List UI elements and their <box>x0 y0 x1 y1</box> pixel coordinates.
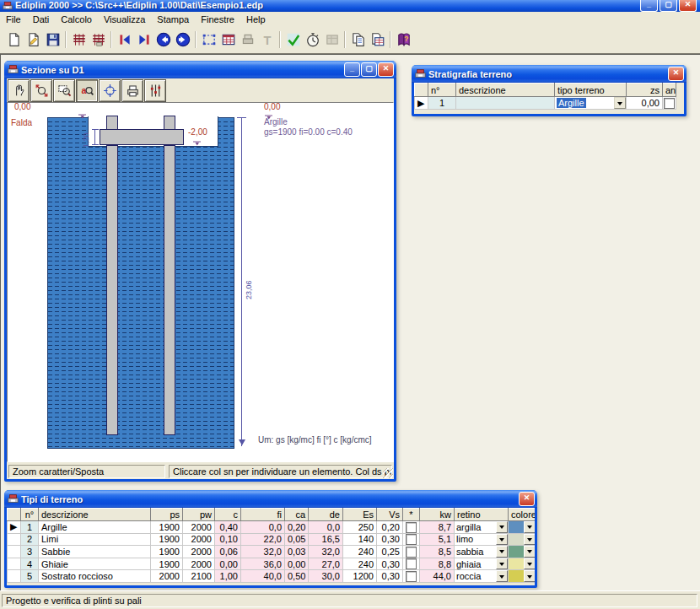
menu-visualizza[interactable]: Visualizza <box>98 13 151 25</box>
cell-c[interactable]: 0,06 <box>215 546 241 558</box>
dropdown-button[interactable] <box>496 570 508 582</box>
cell-ca[interactable]: 0,20 <box>285 521 309 534</box>
cell-retino[interactable]: argilla <box>455 521 509 534</box>
menu-help[interactable]: Help <box>240 13 272 25</box>
center-view-icon[interactable] <box>99 79 121 102</box>
cell-de[interactable]: 16,5 <box>309 533 343 546</box>
retino-value[interactable]: roccia <box>456 571 481 581</box>
cell-c[interactable]: 0,10 <box>215 533 241 546</box>
print-icon[interactable] <box>121 79 143 102</box>
cell-retino[interactable]: limo <box>455 533 509 546</box>
stratigrafia-title-bar[interactable]: Stratigrafia terreno ✕ <box>412 65 687 83</box>
cell-ps[interactable]: 2000 <box>151 570 183 583</box>
cell-kw[interactable]: 8,7 <box>420 521 455 534</box>
sezione-title-bar[interactable]: Sezione su D1 _ ▢ ✕ <box>4 61 396 78</box>
cell-ps[interactable]: 1900 <box>151 521 183 534</box>
cell-n[interactable]: 1 <box>21 521 39 534</box>
cell-Es[interactable]: 1200 <box>343 570 377 583</box>
stopwatch-icon[interactable] <box>303 30 322 49</box>
pile-data-2-icon[interactable] <box>89 30 108 49</box>
cell-Vs[interactable]: 0,25 <box>377 546 403 558</box>
sezione-minimize-button[interactable]: _ <box>344 62 360 77</box>
cell-check[interactable] <box>403 570 420 583</box>
checkbox[interactable] <box>664 98 675 109</box>
minimize-button[interactable]: _ <box>640 0 658 12</box>
checkbox[interactable] <box>406 571 417 582</box>
pan-hand-icon[interactable] <box>8 79 30 102</box>
copy-table-icon[interactable] <box>368 30 387 49</box>
color-swatch[interactable] <box>509 558 525 570</box>
cell-n[interactable]: 5 <box>21 570 39 583</box>
new-icon[interactable] <box>4 30 24 49</box>
menu-dati[interactable]: Dati <box>27 13 56 25</box>
cell-check[interactable] <box>403 546 420 558</box>
cell-retino[interactable]: roccia <box>455 570 509 583</box>
zoom-drag-icon[interactable] <box>30 79 52 102</box>
cell-descrizione[interactable]: Sabbie <box>39 546 151 558</box>
cell-fi[interactable]: 0,0 <box>241 521 285 534</box>
checkbox[interactable] <box>406 547 417 558</box>
cell-n[interactable]: 1 <box>428 97 456 110</box>
cell-colore[interactable] <box>509 521 536 534</box>
dropdown-button[interactable] <box>496 546 508 558</box>
menu-calcolo[interactable]: Calcolo <box>55 13 98 25</box>
cell-pw[interactable]: 2000 <box>183 533 215 546</box>
display-options-icon[interactable] <box>144 79 166 102</box>
verify-check-icon[interactable] <box>283 30 303 49</box>
cell-c[interactable]: 1,00 <box>215 570 241 583</box>
tipi-title-bar[interactable]: Tipi di terreno ✕ <box>4 490 537 508</box>
cell-fi[interactable]: 36,0 <box>241 558 285 570</box>
color-swatch[interactable] <box>509 546 525 558</box>
save-icon[interactable] <box>43 30 62 49</box>
color-swatch[interactable] <box>509 534 525 546</box>
cell-ps[interactable]: 1900 <box>151 533 183 546</box>
cell-colore[interactable] <box>509 558 536 570</box>
main-title-bar[interactable]: Ediplin 2000 >> C:\Src++\Ediplin 1.00\Da… <box>0 0 700 12</box>
cell-kw[interactable]: 44,0 <box>420 570 455 583</box>
retino-value[interactable]: limo <box>456 534 473 544</box>
menu-stampa[interactable]: Stampa <box>151 13 195 25</box>
cell-Es[interactable]: 240 <box>343 558 377 570</box>
data-grid-icon[interactable] <box>218 30 238 49</box>
dropdown-button[interactable] <box>524 521 535 533</box>
color-swatch[interactable] <box>509 570 525 582</box>
cell-Es[interactable]: 140 <box>343 533 377 546</box>
checkbox[interactable] <box>406 522 417 533</box>
cell-kw[interactable]: 8,5 <box>420 546 455 558</box>
cell-ca[interactable]: 0,00 <box>285 558 309 570</box>
cell-zs[interactable]: 0,00 <box>627 97 663 110</box>
close-button[interactable]: ✕ <box>679 0 697 12</box>
color-swatch[interactable] <box>509 521 525 533</box>
cell-an[interactable] <box>663 97 676 110</box>
checkbox[interactable] <box>406 558 417 569</box>
cell-colore[interactable] <box>509 533 536 546</box>
cell-c[interactable]: 0,00 <box>215 558 241 570</box>
cell-descrizione[interactable]: Argille <box>39 521 151 534</box>
tipi-close-button[interactable]: ✕ <box>519 492 535 506</box>
cell-fi[interactable]: 22,0 <box>241 533 285 546</box>
cell-Vs[interactable]: 0,30 <box>377 570 403 583</box>
dropdown-button[interactable] <box>524 558 535 570</box>
checkbox[interactable] <box>406 534 417 545</box>
cell-Vs[interactable]: 0,20 <box>377 521 403 534</box>
sezione-maximize-button[interactable]: ▢ <box>361 62 377 77</box>
cell-kw[interactable]: 8,8 <box>420 558 455 570</box>
dropdown-button[interactable] <box>524 534 535 546</box>
pile-data-1-icon[interactable] <box>69 30 89 49</box>
cell-ca[interactable]: 0,05 <box>285 533 309 546</box>
cell-n[interactable]: 3 <box>21 546 39 558</box>
cell-ca[interactable]: 0,03 <box>285 546 309 558</box>
retino-value[interactable]: argilla <box>456 522 481 532</box>
cell-colore[interactable] <box>509 570 536 583</box>
section-canvas[interactable]: 1,20 23,06 0,00 Falda -2,00 0,00 Argille… <box>7 102 394 462</box>
cell-ps[interactable]: 1900 <box>151 546 183 558</box>
nav-first-icon[interactable] <box>115 30 134 49</box>
nav-back-icon[interactable] <box>153 30 173 49</box>
cell-n[interactable]: 4 <box>21 558 39 570</box>
cell-descrizione[interactable]: Limi <box>39 533 151 546</box>
dropdown-button[interactable] <box>524 570 535 582</box>
zoom-text-icon[interactable]: a <box>76 79 98 102</box>
dropdown-button[interactable] <box>614 97 626 109</box>
copy-icon[interactable] <box>348 30 368 49</box>
cell-check[interactable] <box>403 533 420 546</box>
